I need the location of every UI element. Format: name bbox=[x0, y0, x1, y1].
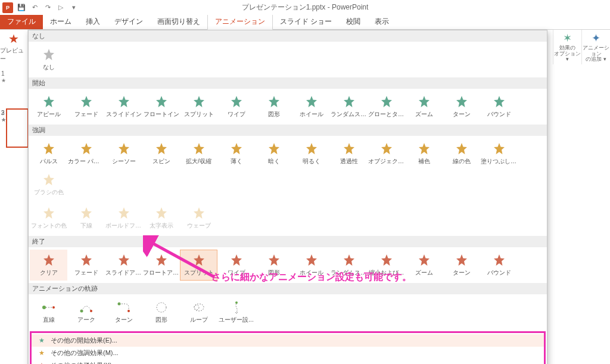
animation-item-label: 透過性 bbox=[340, 157, 358, 166]
svg-point-8 bbox=[194, 305, 199, 310]
star-icon bbox=[117, 142, 131, 156]
effect-options-button[interactable]: ✶ 効果の オプション ▾ bbox=[553, 30, 581, 64]
animation-item[interactable]: 図形 bbox=[142, 297, 180, 328]
animation-item[interactable]: カラー パルス bbox=[67, 138, 105, 169]
animation-item-label: 下線 bbox=[80, 222, 92, 230]
animation-item[interactable]: 透過性 bbox=[330, 138, 368, 169]
more-effects-list: ★ その他の開始効果(E)... ★ その他の強調効果(M)... ★ その他の… bbox=[32, 333, 544, 364]
star-icon bbox=[379, 253, 394, 267]
star-icon bbox=[492, 95, 506, 109]
animation-item[interactable]: スプリット bbox=[180, 91, 217, 122]
star-icon bbox=[267, 253, 281, 267]
animation-item[interactable]: 線の色 bbox=[443, 138, 480, 169]
add-animation-button[interactable]: ✦ アニメーション の追加 ▾ bbox=[581, 30, 610, 64]
animation-item: 太字表示 bbox=[142, 203, 180, 234]
save-button[interactable]: 💾 bbox=[17, 3, 26, 13]
effect-options-label: 効果の オプション ▾ bbox=[553, 45, 581, 63]
star-icon bbox=[304, 253, 319, 267]
animation-item[interactable]: ユーザー設... bbox=[217, 297, 255, 328]
animation-item[interactable]: バウンド bbox=[480, 250, 518, 281]
animation-item[interactable]: ターン bbox=[443, 250, 480, 281]
animation-item[interactable]: なし bbox=[30, 44, 67, 75]
animation-item[interactable]: 塗りつぶしの色 bbox=[480, 138, 518, 169]
animation-item[interactable]: クリア bbox=[30, 250, 67, 281]
star-icon bbox=[192, 95, 206, 109]
redo-button[interactable]: ↷ bbox=[43, 3, 52, 13]
animation-item[interactable]: ワイプ bbox=[217, 91, 255, 122]
animation-item[interactable]: 補色 bbox=[405, 138, 443, 169]
effect-options-icon: ✶ bbox=[563, 32, 572, 45]
star-icon bbox=[417, 95, 431, 109]
animation-item[interactable]: 拡大/収縮 bbox=[180, 138, 217, 169]
animation-item[interactable]: 明るく bbox=[292, 138, 330, 169]
slideshow-start-button[interactable]: ▷ bbox=[56, 3, 66, 13]
star-icon bbox=[267, 95, 281, 109]
star-icon bbox=[42, 95, 56, 109]
preview-group[interactable]: ★ プレビュー bbox=[0, 30, 28, 64]
svg-point-0 bbox=[42, 306, 46, 309]
animation-item[interactable]: スピン bbox=[142, 138, 180, 169]
animation-item-label: ターン bbox=[453, 110, 471, 119]
animation-item[interactable]: バウンド bbox=[480, 91, 518, 122]
animation-item-label: ターン bbox=[115, 316, 133, 324]
animation-item[interactable]: アピール bbox=[30, 91, 67, 122]
star-icon bbox=[79, 95, 94, 109]
animation-item[interactable]: フロートイン bbox=[142, 91, 180, 122]
tab-home[interactable]: ホーム bbox=[43, 14, 79, 29]
animation-item[interactable]: ループ bbox=[180, 297, 217, 328]
ribbon-tabs: ファイル ホーム 挿入 デザイン 画面切り替え アニメーション スライド ショー… bbox=[0, 15, 610, 30]
more-exit-effects[interactable]: ★ その他の終了効果(X)... bbox=[32, 359, 544, 364]
animation-item[interactable]: フェード bbox=[67, 91, 105, 122]
animation-item-label: 明るく bbox=[303, 157, 320, 166]
star-icon bbox=[42, 142, 56, 156]
star-icon bbox=[455, 95, 469, 109]
section-none: なし bbox=[29, 30, 547, 42]
animation-item[interactable]: シーソー bbox=[105, 138, 142, 169]
star-icon bbox=[229, 142, 244, 156]
star-icon bbox=[79, 253, 94, 267]
more-emphasis-effects[interactable]: ★ その他の強調効果(M)... bbox=[32, 347, 544, 359]
animation-item-label: 図形 bbox=[268, 110, 280, 119]
star-icon bbox=[417, 253, 431, 267]
animation-item-label: ウェーブ bbox=[187, 222, 211, 230]
tab-file[interactable]: ファイル bbox=[0, 14, 43, 29]
add-animation-label: アニメーション の追加 ▾ bbox=[582, 45, 610, 63]
animation-item[interactable]: 図形 bbox=[255, 91, 292, 122]
animation-item-label: ターン bbox=[453, 269, 471, 277]
animation-item[interactable]: スライドイン bbox=[105, 91, 142, 122]
animation-item-label: ズーム bbox=[415, 269, 433, 277]
tab-design[interactable]: デザイン bbox=[107, 14, 150, 29]
animation-item[interactable]: ターン bbox=[105, 297, 142, 328]
animation-item[interactable]: フェード bbox=[67, 250, 105, 281]
animation-item-label: パルス bbox=[40, 157, 58, 166]
animation-item[interactable]: アーク bbox=[67, 297, 105, 328]
animation-item[interactable]: ランダムスト... bbox=[330, 91, 368, 122]
animation-item[interactable]: フロートアウト bbox=[142, 250, 180, 281]
animation-item[interactable]: グローとターン bbox=[368, 91, 405, 122]
animation-item-label: フロートイン bbox=[144, 110, 179, 119]
star-icon bbox=[154, 253, 169, 267]
animation-item[interactable]: スライドアウト bbox=[105, 250, 142, 281]
tab-transitions[interactable]: 画面切り替え bbox=[150, 14, 207, 29]
animation-item-label: ズーム bbox=[415, 110, 433, 119]
animation-item[interactable]: ズーム bbox=[405, 91, 443, 122]
animation-item[interactable]: 直線 bbox=[30, 297, 67, 328]
animation-item[interactable]: ターン bbox=[443, 91, 480, 122]
star-icon bbox=[379, 95, 394, 109]
animation-item[interactable]: 薄く bbox=[217, 138, 255, 169]
animation-item[interactable]: パルス bbox=[30, 138, 67, 169]
undo-button[interactable]: ↶ bbox=[30, 3, 39, 13]
tab-insert[interactable]: 挿入 bbox=[79, 14, 107, 29]
tab-view[interactable]: 表示 bbox=[368, 14, 396, 29]
animation-item[interactable]: 暗く bbox=[255, 138, 292, 169]
tab-slideshow[interactable]: スライド ショー bbox=[273, 14, 339, 29]
more-entrance-effects[interactable]: ★ その他の開始効果(E)... bbox=[32, 334, 544, 347]
svg-point-9 bbox=[235, 301, 238, 304]
animation-item[interactable]: オブジェクト ... bbox=[368, 138, 405, 169]
animation-item-label: シーソー bbox=[112, 157, 136, 166]
animation-gallery: なし なし 開始 アピールフェードスライドインフロートインスプリットワイプ図形ホ… bbox=[28, 30, 547, 364]
qat-more-button[interactable]: ▾ bbox=[69, 3, 79, 13]
tab-animations[interactable]: アニメーション bbox=[207, 14, 273, 30]
animation-item[interactable]: ホイール bbox=[292, 91, 330, 122]
tab-review[interactable]: 校閲 bbox=[339, 14, 368, 29]
